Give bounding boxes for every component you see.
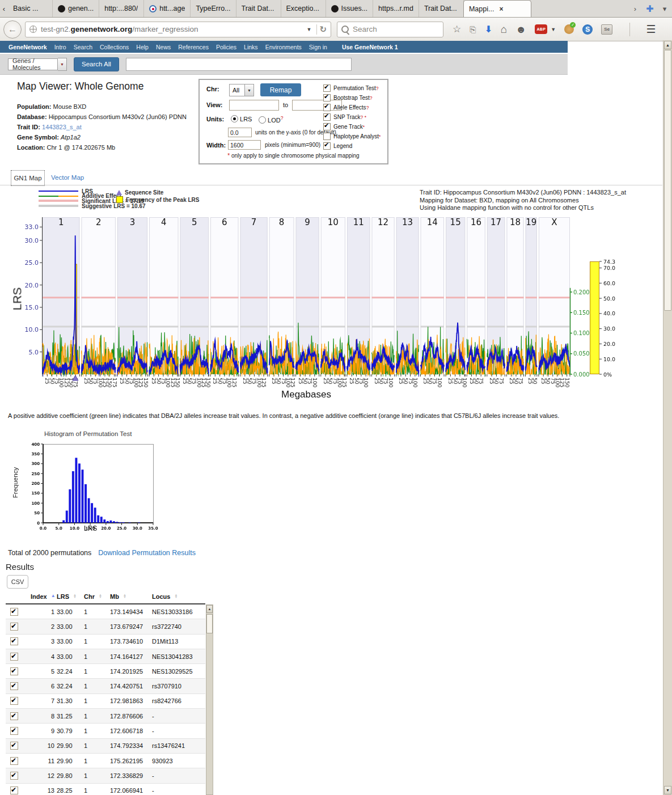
table-row[interactable]: 731.301172.981863rs8242766 xyxy=(6,693,205,708)
table-row[interactable]: 1229.801172.336829- xyxy=(6,768,205,783)
checkbox-bootstrap-test[interactable]: Bootstrap Test ? xyxy=(323,94,372,102)
downloads-icon[interactable]: ⬇ xyxy=(484,24,492,35)
bookmark-star-icon[interactable]: ☆ xyxy=(453,24,461,34)
table-row[interactable]: 1328.251172.066941- xyxy=(6,783,205,795)
csv-button[interactable]: CSV xyxy=(7,575,28,589)
nav-item-help[interactable]: Help xyxy=(136,44,149,50)
table-row[interactable]: 532.241174.201925NES13029525 xyxy=(6,664,205,679)
table-row[interactable]: 831.251172.876606- xyxy=(6,709,205,724)
bookmarks-sidebar-icon[interactable]: ⎘ xyxy=(470,26,476,33)
browser-tab[interactable]: TypeErro... xyxy=(191,0,236,17)
browser-tab[interactable]: Mappi...× xyxy=(463,0,531,17)
site-search-input[interactable] xyxy=(126,58,352,71)
checkbox-permutation-test[interactable]: Permutation Test ? xyxy=(323,84,379,92)
checkbox-allele-effects[interactable]: Allele Effects ? xyxy=(323,104,369,111)
browser-tab[interactable]: Issues... xyxy=(326,0,374,17)
table-row[interactable]: 1029.901174.792334rs13476241 xyxy=(6,738,205,753)
chr-select[interactable]: All▼ xyxy=(229,84,254,96)
skype-addon-icon[interactable]: S xyxy=(582,24,593,35)
column-header-lrs[interactable]: LRS▲▼ xyxy=(57,590,84,604)
checkbox-snp-track[interactable]: SNP Track ? * xyxy=(323,113,366,121)
adblock-caret-icon[interactable]: ▼ xyxy=(551,27,556,32)
table-scrollbar-thumb[interactable] xyxy=(206,614,213,633)
nav-item-sign-in[interactable]: Sign in xyxy=(309,44,327,50)
cookie-addon-icon[interactable] xyxy=(564,24,574,34)
nav-item-search[interactable]: Search xyxy=(74,44,92,50)
search-category-caret-icon[interactable]: ▼ xyxy=(58,58,67,71)
column-header-mb[interactable]: Mb▲▼ xyxy=(110,590,152,604)
table-row[interactable]: 632.241174.420751rs3707910 xyxy=(6,679,205,693)
tab-vector-map[interactable]: Vector Map xyxy=(51,174,84,181)
browser-tab[interactable]: Basic ... xyxy=(8,0,53,17)
row-checkbox[interactable] xyxy=(10,757,18,765)
nav-item-references[interactable]: References xyxy=(178,44,209,50)
adblock-icon[interactable]: ABP xyxy=(535,24,547,34)
row-checkbox[interactable] xyxy=(10,742,18,750)
table-row[interactable]: 433.001174.164127NES13041283 xyxy=(6,649,205,663)
new-tab-button[interactable]: ✚ xyxy=(643,0,657,17)
table-row[interactable]: 333.001173.734610D1Mit113 xyxy=(6,634,205,649)
url-dropdown-icon[interactable]: ▼ xyxy=(307,27,312,32)
browser-tab[interactable]: https...r.md xyxy=(373,0,419,17)
table-scrollbar[interactable]: ▲ xyxy=(206,604,213,795)
row-checkbox[interactable] xyxy=(10,786,18,794)
nav-item-policies[interactable]: Policies xyxy=(216,44,236,50)
table-row[interactable]: 1129.901175.262195930923 xyxy=(6,753,205,768)
table-row[interactable]: 233.001173.679247rs3722740 xyxy=(6,619,205,634)
browser-scrollbar-thumb[interactable] xyxy=(664,50,671,311)
browser-search-box[interactable]: Search xyxy=(337,22,443,37)
close-icon[interactable]: × xyxy=(499,5,503,13)
column-header-chr[interactable]: Chr▲▼ xyxy=(84,590,110,604)
row-checkbox[interactable] xyxy=(10,653,18,661)
use-gn1-link[interactable]: Use GeneNetwork 1 xyxy=(342,44,398,50)
selenium-addon-icon[interactable]: Se xyxy=(601,24,612,35)
browser-tab[interactable]: http:...880/ xyxy=(99,0,144,17)
checkbox-gene-track[interactable]: Gene Track * xyxy=(323,123,365,130)
row-checkbox[interactable] xyxy=(10,637,18,645)
column-header-index[interactable]: Index▲ xyxy=(31,590,57,604)
browser-tab[interactable]: genen... xyxy=(53,0,99,17)
search-all-button[interactable]: Search All xyxy=(74,57,119,71)
browser-tab[interactable]: Trait Dat... xyxy=(236,0,281,17)
back-button[interactable]: ← xyxy=(3,20,22,39)
url-bar[interactable]: test-gn2.genenetwork.org/marker_regressi… xyxy=(25,22,331,37)
row-checkbox[interactable] xyxy=(10,712,18,720)
row-checkbox[interactable] xyxy=(10,667,18,675)
home-icon[interactable]: ⌂ xyxy=(501,24,507,35)
nav-item-collections[interactable]: Collections xyxy=(100,44,129,50)
table-row[interactable]: 133.001173.149434NES13033186 xyxy=(6,604,205,619)
tab-scroll-left-icon[interactable]: ‹ xyxy=(0,0,8,17)
table-row[interactable]: 930.791172.606718- xyxy=(6,724,205,738)
checkbox-legend[interactable]: Legend xyxy=(323,142,352,150)
tab-list-icon[interactable]: ▾ xyxy=(657,0,672,17)
browser-tab[interactable]: Trait Dat... xyxy=(419,0,464,17)
row-checkbox[interactable] xyxy=(10,623,18,631)
nav-item-links[interactable]: Links xyxy=(244,44,258,50)
menu-icon[interactable]: ☰ xyxy=(646,23,656,36)
search-category-select[interactable]: Genes / Molecules xyxy=(8,58,58,70)
row-checkbox[interactable] xyxy=(10,608,18,616)
row-checkbox[interactable] xyxy=(10,682,18,690)
width-input[interactable] xyxy=(228,140,261,150)
table-scroll-up-icon[interactable]: ▲ xyxy=(206,605,213,613)
tab-scroll-right-icon[interactable]: › xyxy=(628,0,643,17)
trait-id-link[interactable]: 1443823_s_at xyxy=(42,124,82,130)
row-checkbox[interactable] xyxy=(10,727,18,735)
gn-brand[interactable]: GeneNetwork xyxy=(9,44,47,50)
browser-scrollbar[interactable]: ▲ ▼ xyxy=(663,40,672,795)
nav-item-environments[interactable]: Environments xyxy=(265,44,302,50)
chat-smiley-icon[interactable]: ☻ xyxy=(515,24,526,35)
nav-item-news[interactable]: News xyxy=(156,44,171,50)
browser-tab[interactable]: htt...age xyxy=(144,0,191,17)
column-header-locus[interactable]: Locus▲▼ xyxy=(152,590,205,604)
units-lod-radio[interactable]: LOD? xyxy=(259,115,283,124)
row-checkbox[interactable] xyxy=(10,697,18,705)
download-permutation-link[interactable]: Download Permutation Results xyxy=(98,549,196,557)
scroll-up-icon[interactable]: ▲ xyxy=(664,41,671,49)
remap-button[interactable]: Remap xyxy=(260,83,301,96)
yaxis-units-input[interactable] xyxy=(228,128,252,137)
units-lrs-radio[interactable]: LRS xyxy=(231,115,252,122)
nav-item-intro[interactable]: Intro xyxy=(54,44,66,50)
row-checkbox[interactable] xyxy=(10,772,18,780)
browser-tab[interactable]: Exceptio... xyxy=(281,0,326,17)
